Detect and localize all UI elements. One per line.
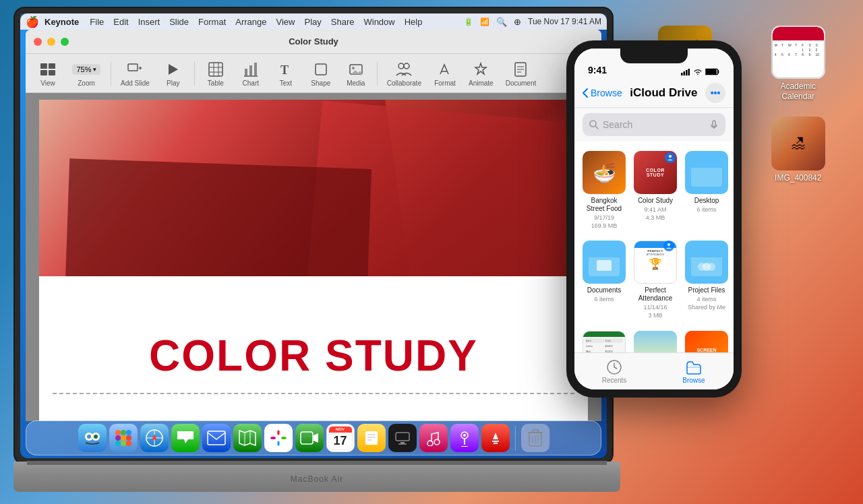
- search-icon[interactable]: 🔍: [496, 17, 507, 27]
- svg-point-68: [434, 439, 440, 445]
- toolbar-text-label: Text: [280, 80, 292, 87]
- more-icon: •••: [711, 88, 721, 98]
- toolbar-shape[interactable]: Shape: [304, 57, 338, 90]
- recents-tab-icon: [606, 359, 622, 375]
- toolbar-add-slide[interactable]: Add Slide: [115, 57, 155, 90]
- apple-menu-icon[interactable]: 🍎: [26, 15, 39, 28]
- iphone-tab-browse[interactable]: Browse: [654, 353, 734, 389]
- desktop-icon-academic-calendar[interactable]: MTWTFSS 123 45678910 Academic Calendar: [744, 20, 854, 108]
- file-item-documents[interactable]: Documents 6 items: [580, 237, 628, 323]
- toolbar-text[interactable]: T Text: [269, 57, 303, 90]
- icloud-header: Browse iCloud Drive •••: [574, 78, 734, 108]
- svg-rect-2: [40, 70, 47, 75]
- iphone-screen: 9:41 Browse iCloud Drive ••• Search: [574, 49, 734, 389]
- dock-notes[interactable]: [357, 424, 386, 452]
- toolbar-table[interactable]: Table: [199, 57, 233, 90]
- svg-point-33: [115, 430, 121, 435]
- file-item-bangkok[interactable]: 🍜 Bangkok Street Food 9/17/19 169.9 MB: [580, 147, 628, 234]
- menubar-right: 🔋 📶 🔍 ⊕ Tue Nov 17 9:41 AM: [464, 17, 601, 27]
- mac-dock: NOV 17: [26, 420, 601, 455]
- dock-messages[interactable]: [171, 424, 200, 452]
- svg-marker-7: [169, 64, 178, 75]
- file-item-project-files[interactable]: Project Files 4 items Shared by Me: [682, 237, 731, 323]
- dock-podcasts[interactable]: [450, 424, 479, 452]
- dock-photos[interactable]: [264, 424, 293, 452]
- file-item-desktop[interactable]: Desktop 6 items: [682, 147, 731, 234]
- zoom-icon: 75% ▾: [72, 60, 100, 79]
- menubar-share[interactable]: Share: [331, 17, 355, 27]
- dock-safari[interactable]: [140, 424, 169, 452]
- file-thumb-remodel: ItemCost Labor$2400 Mat.$1200 Other$380: [583, 331, 626, 352]
- file-item-perfect-attendance[interactable]: PERFECT ATTENDANCE 🏆 Perfect Attendance …: [631, 237, 680, 323]
- svg-point-35: [126, 430, 131, 435]
- file-item-remodel[interactable]: ItemCost Labor$2400 Mat.$1200 Other$380 …: [580, 327, 628, 352]
- toolbar-play[interactable]: Play: [156, 57, 190, 90]
- dock-finder[interactable]: [78, 424, 107, 452]
- file-name-perfect: Perfect Attendance: [634, 286, 677, 303]
- file-item-screen-printing[interactable]: SCREENPRINT Screen Printing 5/8/18 26.1 …: [682, 327, 731, 352]
- dock-news[interactable]: [481, 424, 510, 452]
- toolbar-view[interactable]: View: [31, 57, 65, 90]
- dock-mail[interactable]: [202, 424, 231, 452]
- window-maximize-button[interactable]: [61, 38, 69, 46]
- svg-point-95: [698, 263, 706, 271]
- toolbar-animate[interactable]: Animate: [463, 57, 499, 90]
- slide-title-area[interactable]: COLOR STUDY: [39, 331, 588, 381]
- text-icon: T: [278, 60, 293, 79]
- slide-area[interactable]: COLOR STUDY: [26, 93, 601, 421]
- toolbar-zoom-label: Zoom: [78, 80, 95, 87]
- dock-facetime[interactable]: [295, 424, 324, 452]
- toolbar-media[interactable]: Media: [339, 57, 373, 90]
- search-input[interactable]: Search: [583, 113, 725, 136]
- svg-point-23: [404, 63, 409, 69]
- toolbar-collaborate-label: Collaborate: [387, 80, 421, 87]
- icloud-back-button[interactable]: Browse: [583, 88, 622, 98]
- dock-appletv[interactable]: [388, 424, 417, 452]
- folder-icon: [685, 151, 728, 194]
- menubar-arrange[interactable]: Arrange: [235, 17, 266, 27]
- svg-rect-18: [316, 64, 326, 75]
- window-minimize-button[interactable]: [47, 38, 55, 46]
- menubar-edit[interactable]: Edit: [113, 17, 128, 27]
- svg-point-34: [121, 430, 126, 435]
- window-close-button[interactable]: [34, 38, 42, 46]
- menubar-file[interactable]: File: [90, 17, 104, 27]
- svg-line-89: [595, 126, 598, 129]
- svg-rect-84: [688, 69, 690, 75]
- menubar-insert[interactable]: Insert: [138, 17, 160, 27]
- dock-calendar[interactable]: NOV 17: [326, 424, 355, 452]
- file-item-color-study[interactable]: COLORSTUDY Color Study 9:41 AM 4.3 MB: [631, 147, 680, 234]
- svg-point-36: [115, 435, 121, 441]
- menubar-window[interactable]: Window: [363, 17, 394, 27]
- dock-launchpad[interactable]: [109, 424, 138, 452]
- menubar-slide[interactable]: Slide: [169, 17, 189, 27]
- file-item-scenic[interactable]: PACIFIC TRAILS Scenic Pacific Trails 5/1…: [631, 327, 680, 352]
- desktop-icon-academic-label: Academic Calendar: [768, 82, 829, 102]
- table-icon: [208, 60, 223, 79]
- menubar-play[interactable]: Play: [304, 17, 321, 27]
- file-name-documents: Documents: [587, 286, 622, 294]
- toolbar-document[interactable]: Document: [500, 57, 542, 90]
- dock-music[interactable]: [419, 424, 448, 452]
- icloud-more-button[interactable]: •••: [705, 83, 725, 103]
- menubar-format[interactable]: Format: [198, 17, 226, 27]
- toolbar-collaborate[interactable]: Collaborate: [382, 57, 427, 90]
- svg-rect-82: [684, 71, 686, 75]
- menubar-app-name[interactable]: Keynote: [44, 17, 79, 27]
- slide-title-text: COLOR STUDY: [39, 331, 588, 381]
- menubar-view[interactable]: View: [276, 17, 295, 27]
- control-center-icon[interactable]: ⊕: [514, 17, 521, 27]
- dock-maps[interactable]: [233, 424, 262, 452]
- file-thumb-project: [685, 241, 728, 284]
- toolbar-chart[interactable]: Chart: [234, 57, 268, 90]
- desktop-icon-photo[interactable]: 🏖 IMG_400842: [744, 111, 854, 199]
- toolbar-zoom[interactable]: 75% ▾ Zoom: [66, 57, 107, 90]
- svg-point-67: [427, 441, 433, 446]
- menubar-help[interactable]: Help: [405, 17, 423, 27]
- toolbar-format[interactable]: Format: [428, 57, 462, 90]
- slide-canvas[interactable]: COLOR STUDY: [39, 100, 588, 421]
- dock-trash[interactable]: [521, 424, 549, 452]
- menubar: 🍎 Keynote File Edit Insert Slide Format …: [20, 13, 607, 30]
- iphone-tab-recents[interactable]: Recents: [574, 353, 654, 389]
- svg-rect-58: [301, 432, 313, 444]
